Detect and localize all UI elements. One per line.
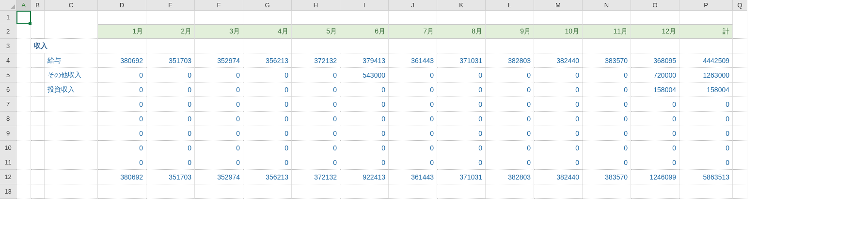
cell-N12[interactable]: 383570 (583, 170, 631, 184)
cell-H8[interactable]: 0 (292, 112, 340, 126)
cell-G8[interactable]: 0 (243, 112, 292, 126)
col-header-J[interactable]: J (389, 0, 437, 11)
cell-D9[interactable]: 0 (98, 126, 146, 141)
col-header-B[interactable]: B (31, 0, 45, 11)
cell-K6[interactable]: 0 (437, 82, 486, 97)
cell-F11[interactable]: 0 (195, 155, 243, 170)
cell-Q1[interactable] (733, 11, 747, 24)
cell-P11[interactable]: 0 (679, 155, 733, 170)
cell-J9[interactable]: 0 (389, 126, 437, 141)
row-header-6[interactable]: 6 (0, 82, 16, 97)
row-header-4[interactable]: 4 (0, 53, 16, 68)
cell-E2[interactable]: 2月 (146, 24, 195, 39)
cell-M4[interactable]: 382440 (534, 53, 583, 68)
row-header-8[interactable]: 8 (0, 112, 16, 126)
cell-A10[interactable] (16, 141, 31, 155)
select-all-corner[interactable] (0, 0, 16, 11)
cell-J6[interactable]: 0 (389, 82, 437, 97)
cell-K12[interactable]: 371031 (437, 170, 486, 184)
cell-D4[interactable]: 380692 (98, 53, 146, 68)
cell-N9[interactable]: 0 (583, 126, 631, 141)
cell-M13[interactable] (534, 184, 583, 199)
cell-L1[interactable] (486, 11, 534, 24)
cell-N5[interactable]: 0 (583, 68, 631, 82)
cell-P1[interactable] (679, 11, 733, 24)
cell-E5[interactable]: 0 (146, 68, 195, 82)
col-header-P[interactable]: P (679, 0, 733, 11)
cell-D13[interactable] (98, 184, 146, 199)
col-header-Q[interactable]: Q (733, 0, 747, 11)
cell-K4[interactable]: 371031 (437, 53, 486, 68)
cell-E9[interactable]: 0 (146, 126, 195, 141)
cell-A11[interactable] (16, 155, 31, 170)
cell-I7[interactable]: 0 (340, 97, 389, 112)
cell-N4[interactable]: 383570 (583, 53, 631, 68)
cell-O4[interactable]: 368095 (631, 53, 679, 68)
cell-E11[interactable]: 0 (146, 155, 195, 170)
cell-B8[interactable] (31, 112, 45, 126)
cell-A7[interactable] (16, 97, 31, 112)
cell-Q13[interactable] (733, 184, 747, 199)
cell-P8[interactable]: 0 (679, 112, 733, 126)
cell-O8[interactable]: 0 (631, 112, 679, 126)
cell-N2[interactable]: 11月 (583, 24, 631, 39)
cell-E4[interactable]: 351703 (146, 53, 195, 68)
cell-D12[interactable]: 380692 (98, 170, 146, 184)
cell-J5[interactable]: 0 (389, 68, 437, 82)
row-header-3[interactable]: 3 (0, 39, 16, 53)
cell-C13[interactable] (45, 184, 98, 199)
cell-E1[interactable] (146, 11, 195, 24)
col-header-K[interactable]: K (437, 0, 486, 11)
cell-K10[interactable]: 0 (437, 141, 486, 155)
col-header-C[interactable]: C (45, 0, 98, 11)
cell-B12[interactable] (31, 170, 45, 184)
cell-K11[interactable]: 0 (437, 155, 486, 170)
cell-C12[interactable] (45, 170, 98, 184)
cell-Q7[interactable] (733, 97, 747, 112)
cell-D8[interactable]: 0 (98, 112, 146, 126)
cell-C1[interactable] (45, 11, 98, 24)
cell-Q8[interactable] (733, 112, 747, 126)
col-header-M[interactable]: M (534, 0, 583, 11)
cell-F5[interactable]: 0 (195, 68, 243, 82)
cell-L6[interactable]: 0 (486, 82, 534, 97)
cell-B5[interactable] (31, 68, 45, 82)
cell-L13[interactable] (486, 184, 534, 199)
cell-G2[interactable]: 4月 (243, 24, 292, 39)
cell-I8[interactable]: 0 (340, 112, 389, 126)
cell-N1[interactable] (583, 11, 631, 24)
cell-F9[interactable]: 0 (195, 126, 243, 141)
cell-F13[interactable] (195, 184, 243, 199)
cell-N7[interactable]: 0 (583, 97, 631, 112)
cell-F4[interactable]: 352974 (195, 53, 243, 68)
cell-E13[interactable] (146, 184, 195, 199)
cell-G6[interactable]: 0 (243, 82, 292, 97)
row-header-7[interactable]: 7 (0, 97, 16, 112)
row-header-13[interactable]: 13 (0, 184, 16, 199)
col-header-L[interactable]: L (486, 0, 534, 11)
cell-F10[interactable]: 0 (195, 141, 243, 155)
cell-O10[interactable]: 0 (631, 141, 679, 155)
cell-J4[interactable]: 361443 (389, 53, 437, 68)
col-header-D[interactable]: D (98, 0, 146, 11)
cell-Q2[interactable] (733, 24, 747, 39)
cell-H13[interactable] (292, 184, 340, 199)
cell-F2[interactable]: 3月 (195, 24, 243, 39)
cell-C9[interactable] (45, 126, 98, 141)
cell-C7[interactable] (45, 97, 98, 112)
cell-M10[interactable]: 0 (534, 141, 583, 155)
cell-D2[interactable]: 1月 (98, 24, 146, 39)
cell-I2[interactable]: 6月 (340, 24, 389, 39)
cell-L11[interactable]: 0 (486, 155, 534, 170)
cell-A2[interactable] (16, 24, 31, 39)
row-header-9[interactable]: 9 (0, 126, 16, 141)
cell-J13[interactable] (389, 184, 437, 199)
cell-B13[interactable] (31, 184, 45, 199)
spreadsheet-grid[interactable]: A B C D E F G H I J K L M N O P Q 121月2月… (0, 0, 868, 199)
cell-C8[interactable] (45, 112, 98, 126)
cell-A8[interactable] (16, 112, 31, 126)
cell-J12[interactable]: 361443 (389, 170, 437, 184)
cell-A4[interactable] (16, 53, 31, 68)
cell-K5[interactable]: 0 (437, 68, 486, 82)
cell-B10[interactable] (31, 141, 45, 155)
